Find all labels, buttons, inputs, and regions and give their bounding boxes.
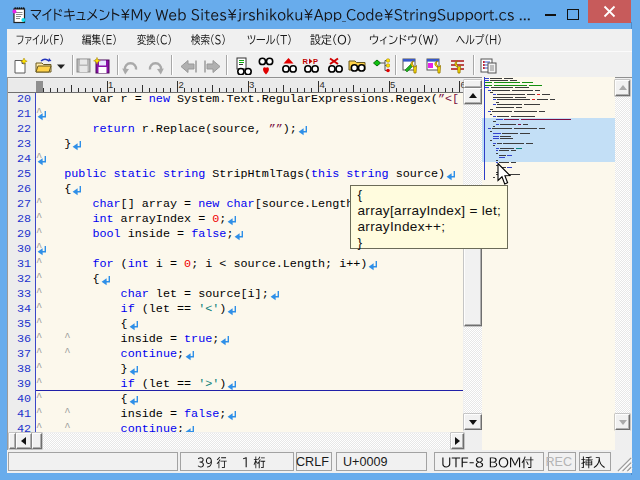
svg-text:P: P (313, 57, 318, 66)
svg-text:R: R (303, 57, 309, 66)
